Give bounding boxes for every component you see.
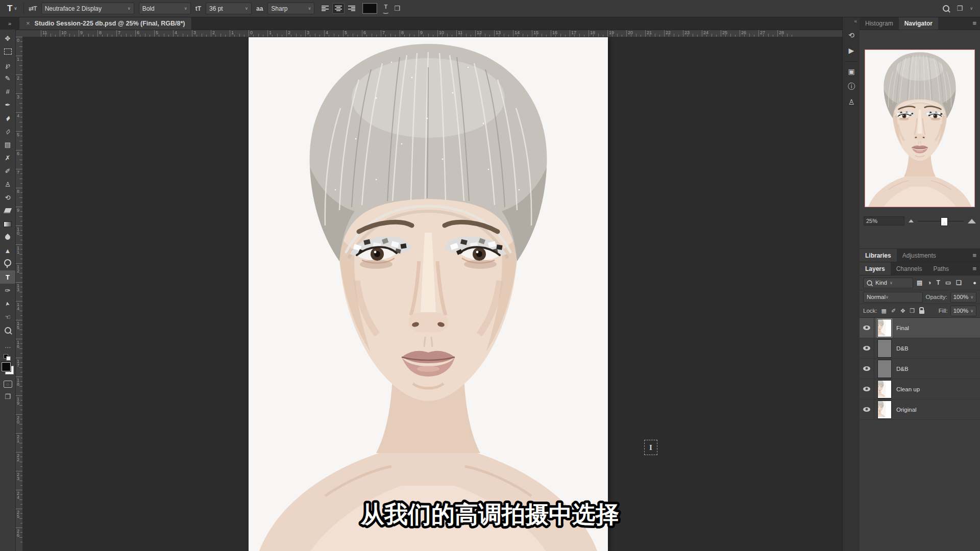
- layer-name[interactable]: Clean up: [896, 386, 920, 392]
- font-family-select[interactable]: Neutraface 2 Display ∨: [41, 3, 134, 14]
- filter-kind-select[interactable]: Kind ∨: [863, 278, 913, 288]
- horizontal-ruler[interactable]: 1110987654321012345678910111213141516171…: [22, 30, 842, 37]
- layer-filter-toggle[interactable]: ●: [973, 280, 976, 286]
- blur-tool[interactable]: [0, 231, 15, 244]
- default-swatches-icon[interactable]: [4, 354, 12, 360]
- eye-icon[interactable]: [863, 407, 870, 412]
- eye-icon[interactable]: [863, 325, 870, 330]
- layer-name[interactable]: Final: [896, 325, 909, 331]
- crop-tool[interactable]: #: [0, 85, 15, 98]
- screen-mode-icon[interactable]: ❐: [5, 393, 11, 400]
- layer-name[interactable]: D&B: [896, 345, 909, 352]
- lock-pixels-icon[interactable]: ✐: [891, 308, 896, 314]
- pen-tool[interactable]: ✑: [0, 284, 15, 297]
- visibility-cell[interactable]: [860, 379, 874, 399]
- layer-row[interactable]: D&B: [860, 338, 980, 359]
- layer-row[interactable]: Original: [860, 399, 980, 420]
- layer-row[interactable]: Clean up: [860, 379, 980, 399]
- pasteboard[interactable]: [22, 37, 842, 551]
- brush-tool[interactable]: ✐: [0, 164, 15, 178]
- smart-object-filter-icon[interactable]: ❑: [956, 279, 962, 286]
- clone-stamp-tool[interactable]: ♙: [0, 178, 15, 191]
- path-selection-tool[interactable]: ➤: [0, 297, 15, 310]
- font-style-select[interactable]: Bold ∨: [139, 3, 191, 14]
- tab-layers[interactable]: Layers: [860, 262, 891, 275]
- search-icon[interactable]: [943, 5, 949, 12]
- zoom-slider-thumb[interactable]: [941, 218, 947, 226]
- font-size-select[interactable]: 36 pt ∨: [206, 3, 252, 14]
- layer-thumbnail[interactable]: [878, 319, 891, 337]
- tab-channels[interactable]: Channels: [891, 262, 928, 275]
- layer-name[interactable]: Original: [896, 407, 917, 413]
- foreground-color-swatch[interactable]: [2, 362, 11, 371]
- eye-icon[interactable]: [863, 346, 870, 350]
- eye-icon[interactable]: [863, 387, 870, 391]
- history-panel-icon[interactable]: ⟲: [843, 28, 860, 42]
- properties-panel-icon[interactable]: ▣: [843, 64, 860, 78]
- text-orientation-icon[interactable]: ⇄T: [29, 5, 36, 12]
- lock-artboard-icon[interactable]: ❒: [910, 308, 915, 314]
- clone-source-panel-icon[interactable]: ♙: [843, 95, 860, 109]
- document-tab[interactable]: × Studio Session-225 db.psd @ 25% (Final…: [19, 17, 192, 30]
- dodge-tool[interactable]: [0, 257, 15, 270]
- layer-row[interactable]: D&B: [860, 359, 980, 379]
- close-icon[interactable]: ×: [26, 19, 30, 27]
- vertical-ruler[interactable]: 01234567891 01 11 21 31 41 51 61 71 81 9…: [15, 37, 23, 551]
- tab-overflow-chevron[interactable]: »: [0, 17, 19, 30]
- layer-name[interactable]: D&B: [896, 366, 909, 372]
- eyedropper-tool[interactable]: ✒: [0, 98, 15, 111]
- lock-all-icon[interactable]: [919, 310, 924, 314]
- tab-paths[interactable]: Paths: [927, 262, 954, 275]
- move-tool[interactable]: ✥: [0, 32, 15, 45]
- layer-thumbnail[interactable]: [878, 340, 891, 357]
- zoom-in-icon[interactable]: [968, 219, 976, 223]
- tab-libraries[interactable]: Libraries: [860, 249, 897, 262]
- layer-thumbnail[interactable]: [878, 401, 891, 418]
- eraser-tool[interactable]: [0, 204, 15, 217]
- visibility-cell[interactable]: [860, 338, 874, 358]
- panel-menu-icon[interactable]: ≡: [972, 262, 976, 275]
- quick-selection-tool[interactable]: ✎: [0, 71, 15, 85]
- hand-tool[interactable]: ☜: [0, 310, 15, 323]
- type-tool[interactable]: T: [0, 270, 15, 284]
- gradient-tool[interactable]: [0, 217, 15, 231]
- tab-histogram[interactable]: Histogram: [860, 17, 899, 30]
- spot-healing-brush-tool[interactable]: ▰: [0, 111, 15, 124]
- tab-adjustments[interactable]: Adjustments: [897, 249, 942, 262]
- fill-field[interactable]: 100% ∨: [950, 306, 976, 316]
- pixel-layer-filter-icon[interactable]: ▤: [917, 279, 922, 286]
- anti-alias-select[interactable]: Sharp ∨: [267, 3, 314, 14]
- adjustment-layer-filter-icon[interactable]: ◑: [927, 279, 931, 286]
- shape-layer-filter-icon[interactable]: ▭: [945, 279, 951, 286]
- tab-navigator[interactable]: Navigator: [899, 17, 938, 30]
- edit-toolbar-icon[interactable]: ⋯: [5, 344, 11, 351]
- warp-text-icon[interactable]: T ‿: [382, 5, 389, 12]
- navigator-preview[interactable]: [865, 49, 975, 207]
- patch-tool[interactable]: ▤: [0, 138, 15, 151]
- sharpen-tool[interactable]: ▲: [0, 244, 15, 257]
- eye-icon[interactable]: [863, 366, 870, 371]
- current-tool-indicator[interactable]: T ∨: [5, 4, 19, 14]
- type-layer-filter-icon[interactable]: T: [937, 279, 940, 286]
- align-right-button[interactable]: [346, 3, 358, 14]
- panel-menu-icon[interactable]: ≡: [972, 249, 976, 262]
- opacity-field[interactable]: 100% ∨: [950, 292, 976, 303]
- align-center-button[interactable]: [332, 3, 345, 14]
- zoom-tool[interactable]: [0, 323, 15, 337]
- blend-mode-select[interactable]: Normal ∨: [863, 292, 923, 303]
- panel-menu-icon[interactable]: ≡: [972, 17, 976, 30]
- actions-panel-icon[interactable]: ▶: [843, 43, 860, 57]
- canvas[interactable]: [249, 37, 608, 551]
- lock-transparency-icon[interactable]: ▦: [881, 308, 887, 314]
- lasso-tool[interactable]: ℘: [0, 58, 15, 71]
- align-left-button[interactable]: [319, 3, 331, 14]
- content-aware-move-tool[interactable]: ✗: [0, 151, 15, 164]
- chevron-down-icon[interactable]: ∨: [970, 6, 973, 11]
- lock-position-icon[interactable]: ✥: [900, 308, 905, 314]
- zoom-slider[interactable]: [918, 217, 964, 224]
- zoom-percent-field[interactable]: 25%: [864, 216, 904, 226]
- workspace-switcher-icon[interactable]: ❐: [957, 5, 963, 12]
- character-panel-toggle-icon[interactable]: ❒: [394, 5, 400, 12]
- visibility-cell[interactable]: [860, 359, 874, 379]
- text-color-swatch[interactable]: [362, 3, 377, 14]
